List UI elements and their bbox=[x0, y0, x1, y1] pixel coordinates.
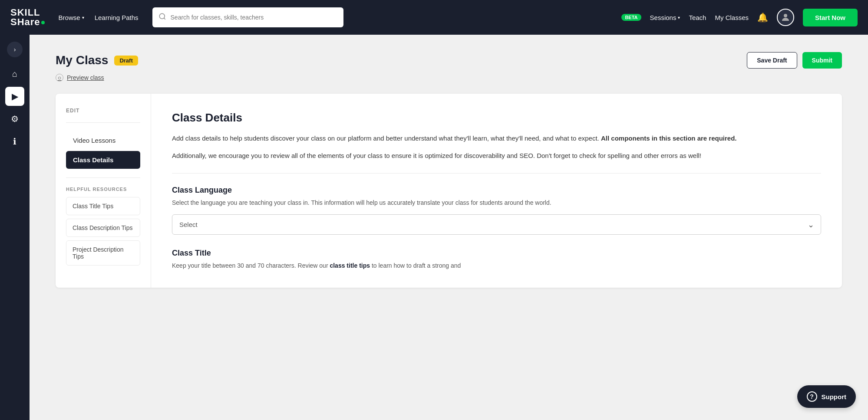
header-buttons: Save Draft Submit bbox=[747, 52, 842, 69]
class-details-description-2: Additionally, we encourage you to review… bbox=[172, 151, 821, 161]
left-sidebar: › ⌂ ▶ ⚙ ℹ bbox=[0, 35, 30, 420]
support-button[interactable]: ? Support bbox=[797, 385, 856, 408]
notification-bell-icon[interactable]: 🔔 bbox=[757, 12, 768, 23]
my-classes-nav-link[interactable]: My Classes bbox=[715, 14, 749, 21]
nav-right: BETA Sessions ▾ Teach My Classes 🔔 Start… bbox=[621, 9, 858, 26]
page-title-row: My Class Draft bbox=[56, 53, 138, 67]
panel-nav-divider-1 bbox=[66, 122, 140, 123]
avatar[interactable] bbox=[777, 9, 794, 26]
class-details-nav-item[interactable]: Class Details bbox=[66, 151, 140, 169]
skillshare-logo[interactable]: SKILLSHare bbox=[10, 8, 45, 27]
support-icon: ? bbox=[807, 391, 817, 402]
play-sidebar-icon[interactable]: ▶ bbox=[5, 87, 24, 106]
resources-section: HELPFUL RESOURCES Class Title Tips Class… bbox=[66, 187, 140, 266]
preview-class-link[interactable]: ○ Preview class bbox=[56, 74, 842, 82]
page-title: My Class bbox=[56, 53, 108, 67]
project-description-tips-link[interactable]: Project Description Tips bbox=[66, 240, 140, 266]
search-bar bbox=[152, 7, 343, 27]
class-language-description: Select the language you are teaching you… bbox=[172, 198, 821, 207]
svg-point-0 bbox=[159, 13, 165, 19]
page-header: My Class Draft Save Draft Submit bbox=[56, 52, 842, 69]
browse-chevron-icon: ▾ bbox=[82, 15, 84, 20]
helpful-resources-label: HELPFUL RESOURCES bbox=[66, 187, 140, 192]
beta-badge: BETA bbox=[621, 14, 641, 21]
save-draft-button[interactable]: Save Draft bbox=[747, 52, 797, 69]
panel-content: Class Details Add class details to help … bbox=[151, 94, 842, 288]
class-details-description-1: Add class details to help students disco… bbox=[172, 133, 821, 144]
class-language-label: Class Language bbox=[172, 186, 821, 195]
draft-badge: Draft bbox=[114, 56, 138, 66]
home-sidebar-icon[interactable]: ⌂ bbox=[5, 64, 24, 83]
class-language-select-wrapper: Select English Spanish French German Jap… bbox=[172, 214, 821, 235]
learning-paths-nav-link[interactable]: Learning Paths bbox=[95, 14, 139, 21]
class-description-tips-link[interactable]: Class Description Tips bbox=[66, 219, 140, 237]
gear-sidebar-icon[interactable]: ⚙ bbox=[5, 109, 24, 128]
preview-circle-icon: ○ bbox=[56, 74, 63, 82]
class-title-tips-inline-link[interactable]: class title tips bbox=[330, 262, 370, 269]
class-language-select[interactable]: Select English Spanish French German Jap… bbox=[172, 214, 821, 235]
panel-navigation: EDIT Video Lessons Class Details HELPFUL… bbox=[56, 94, 151, 288]
class-details-title: Class Details bbox=[172, 111, 821, 125]
edit-section-label: EDIT bbox=[66, 108, 140, 114]
video-lessons-nav-item[interactable]: Video Lessons bbox=[66, 131, 140, 149]
class-title-field: Class Title Keep your title between 30 a… bbox=[172, 249, 821, 270]
start-now-button[interactable]: Start Now bbox=[803, 9, 858, 26]
search-icon bbox=[158, 13, 166, 22]
page-wrapper: › ⌂ ▶ ⚙ ℹ My Class Draft Save Draft Subm… bbox=[0, 35, 868, 420]
browse-nav-link[interactable]: Browse ▾ bbox=[59, 14, 84, 21]
main-content: My Class Draft Save Draft Submit ○ Previ… bbox=[30, 35, 868, 420]
class-title-tips-link[interactable]: Class Title Tips bbox=[66, 197, 140, 215]
sessions-nav-link[interactable]: Sessions ▾ bbox=[650, 14, 680, 21]
svg-point-2 bbox=[784, 14, 787, 17]
teach-nav-link[interactable]: Teach bbox=[689, 14, 706, 21]
info-sidebar-icon[interactable]: ℹ bbox=[5, 132, 24, 151]
panel-nav-divider-2 bbox=[66, 177, 140, 178]
svg-line-1 bbox=[164, 18, 165, 19]
class-language-field: Class Language Select the language you a… bbox=[172, 186, 821, 235]
class-title-description: Keep your title between 30 and 70 charac… bbox=[172, 261, 821, 270]
preview-label: Preview class bbox=[67, 74, 104, 81]
submit-button[interactable]: Submit bbox=[802, 52, 842, 69]
top-navigation: SKILLSHare Browse ▾ Learning Paths BETA … bbox=[0, 0, 868, 35]
expand-sidebar-button[interactable]: › bbox=[7, 42, 23, 57]
class-edit-panel: EDIT Video Lessons Class Details HELPFUL… bbox=[56, 94, 842, 288]
sessions-chevron-icon: ▾ bbox=[678, 15, 680, 20]
search-input[interactable] bbox=[171, 14, 337, 21]
content-divider bbox=[172, 173, 821, 174]
class-title-label: Class Title bbox=[172, 249, 821, 258]
